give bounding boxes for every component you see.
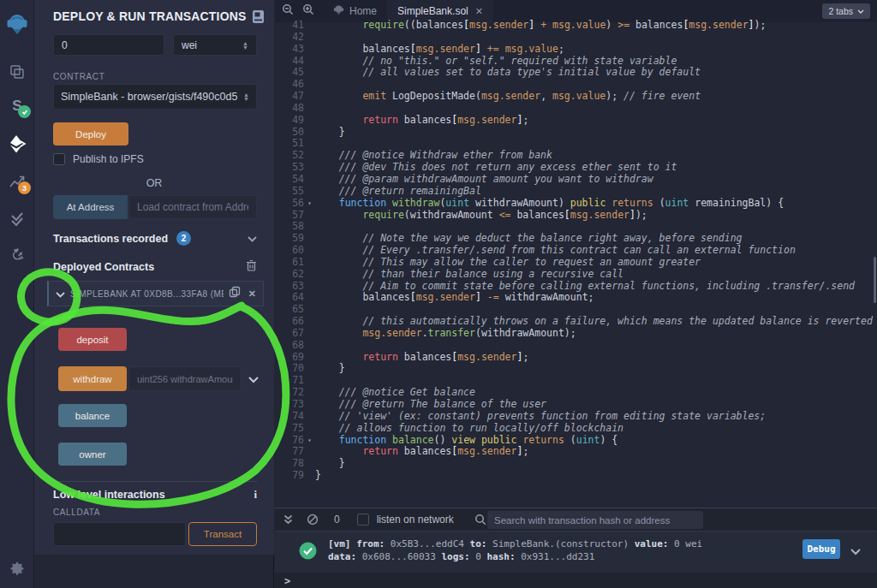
code-line: 57 require(withdrawAmount <= balances[ms… — [275, 210, 877, 222]
code-line: 69 return balances[msg.sender]; — [275, 352, 877, 364]
transact-button[interactable]: Transact — [188, 522, 257, 546]
listen-network-row: listen on network — [357, 514, 454, 526]
code-line: 48 — [275, 103, 877, 115]
value-unit-select[interactable]: wei ▲▼ — [173, 34, 257, 56]
code-line: 47 emit LogDepositMade(msg.sender, msg.v… — [275, 91, 877, 103]
code-line: 55 /// @return remainingBal — [275, 186, 877, 198]
code-line: 58 — [275, 221, 877, 233]
instance-header[interactable]: SIMPLEBANK AT 0XD8B...33FA8 (MEMO ✕ — [47, 281, 264, 306]
compiler-success-badge — [18, 105, 31, 118]
chevron-down-icon[interactable] — [850, 543, 861, 559]
activity-bar: S 3 — [0, 0, 34, 588]
code-line: 61 // This may allow the caller to reque… — [275, 257, 877, 269]
remix-ide-window: S 3 — [0, 0, 877, 588]
solidity-compiler-icon[interactable]: S — [0, 91, 34, 122]
editor-scrollbar[interactable] — [874, 257, 876, 303]
code-line: 70 } — [275, 363, 877, 375]
deployed-contract-instance: SIMPLEBANK AT 0XD8B...33FA8 (MEMO ✕ — [47, 281, 264, 306]
success-check-icon — [299, 542, 317, 563]
terminal-prompt[interactable]: > — [284, 575, 290, 587]
close-icon[interactable]: ✕ — [248, 288, 256, 300]
code-line: 68 — [275, 340, 877, 352]
chevron-down-icon[interactable] — [56, 286, 65, 301]
trash-icon[interactable] — [246, 259, 257, 274]
home-tab-icon — [333, 4, 344, 18]
code-line: 52 /// @notice Withdraw ether from bank — [275, 150, 877, 162]
tabs-count-label: 2 tabs — [828, 6, 853, 16]
code-line: 71 — [275, 375, 877, 387]
deploy-button[interactable]: Deploy — [53, 122, 128, 146]
deployed-contracts-label: Deployed Contracts — [53, 261, 154, 273]
owner-button[interactable]: owner — [58, 442, 127, 466]
at-address-input[interactable] — [128, 195, 257, 219]
code-line: 64 balances[msg.sender] -= withdrawAmoun… — [275, 292, 877, 304]
calldata-input[interactable] — [53, 522, 186, 546]
balance-button[interactable]: balance — [58, 404, 127, 427]
code-line: 54 /// @param withdrawAmount amount you … — [275, 174, 877, 186]
info-icon[interactable]: i — [254, 488, 257, 502]
tab-simplebank-label: SimpleBank.sol — [397, 5, 468, 17]
code-line: 65 — [275, 304, 877, 316]
terminal-search-input[interactable] — [487, 511, 703, 529]
function-row-withdraw: withdraw — [58, 366, 259, 391]
function-row-deposit: deposit — [58, 328, 127, 351]
function-row-owner: owner — [58, 442, 127, 466]
close-icon[interactable]: ✕ — [475, 6, 483, 17]
analytics-icon[interactable]: 3 — [0, 166, 34, 197]
code-line: 62 // than their balance using a recursi… — [275, 269, 877, 281]
transactions-recorded-label: Transactions recorded — [53, 233, 168, 245]
analytics-count-badge: 3 — [18, 181, 31, 194]
terminal-toolbar: 0 listen on network — [275, 508, 877, 532]
collapse-terminal-icon[interactable] — [283, 514, 293, 525]
transaction-log-entry[interactable]: [vm] from: 0x5B3...eddC4 to: SimpleBank.… — [275, 532, 877, 573]
tabs-count-dropdown[interactable]: 2 tabs — [822, 3, 870, 19]
code-area[interactable]: 41 require((balances[msg.sender] + msg.v… — [275, 20, 877, 508]
stepper-icon: ▲▼ — [243, 92, 249, 101]
deployed-contracts-row: Deployed Contracts — [53, 259, 257, 274]
contract-label: CONTRACT — [53, 72, 104, 81]
code-line: 66 // this automatically throws on a fai… — [275, 316, 877, 328]
code-line: 75 // allows function to run locally/off… — [275, 423, 877, 435]
debug-button[interactable]: Debug — [802, 539, 840, 559]
code-line: 46 — [275, 79, 877, 91]
plugin-manager-icon[interactable] — [0, 238, 34, 269]
divider — [53, 481, 257, 482]
settings-gear-icon[interactable] — [0, 553, 34, 584]
deposit-button[interactable]: deposit — [58, 328, 127, 351]
transaction-log-text: [vm] from: 0x5B3...eddC4 to: SimpleBank.… — [328, 538, 702, 563]
zoom-out-icon[interactable] — [282, 3, 294, 19]
remix-logo-icon — [0, 9, 34, 39]
code-line: 77 return balances[msg.sender]; — [275, 446, 877, 458]
withdraw-amount-input[interactable] — [128, 366, 242, 391]
terminal: 0 listen on network [vm] from: 0x5B3...e… — [275, 508, 877, 588]
copy-icon[interactable] — [229, 286, 241, 301]
transactions-count-badge: 2 — [176, 231, 191, 246]
stepper-icon: ▲▼ — [242, 41, 248, 50]
static-analysis-icon[interactable] — [0, 204, 34, 235]
transactions-recorded-row[interactable]: Transactions recorded 2 — [53, 231, 257, 246]
withdraw-button[interactable]: withdraw — [58, 366, 127, 391]
code-line: 59 // Note the way we deduct the balance… — [275, 233, 877, 245]
code-line: 51 — [275, 138, 877, 150]
file-explorer-icon[interactable] — [0, 56, 34, 87]
deploy-and-run-icon[interactable] — [0, 128, 34, 159]
at-address-button[interactable]: At Address — [53, 195, 128, 219]
value-input[interactable] — [53, 34, 164, 56]
tab-home-label: Home — [349, 5, 377, 17]
chevron-down-icon[interactable] — [248, 233, 257, 245]
code-line: 76▾ function balance() view public retur… — [275, 435, 877, 447]
zoom-in-icon[interactable] — [302, 3, 314, 19]
code-line: 53 /// @dev This does not return any exc… — [275, 162, 877, 174]
chevron-down-icon[interactable] — [248, 371, 259, 387]
publish-ipfs-checkbox[interactable] — [53, 153, 65, 165]
clear-console-icon[interactable] — [307, 514, 319, 526]
code-line: 63 // Aim to commit state before calling… — [275, 281, 877, 293]
code-line: 42 — [275, 32, 877, 44]
instance-title: SIMPLEBANK AT 0XD8B...33FA8 (MEMO — [70, 289, 224, 299]
listen-network-checkbox[interactable] — [357, 514, 369, 526]
record-journal-icon[interactable] — [252, 9, 265, 27]
contract-select[interactable]: SimpleBank - browser/gists/f490c0d5 ▲▼ — [53, 84, 257, 110]
code-line: 45 // all values set to data type's init… — [275, 67, 877, 79]
search-icon — [474, 514, 486, 526]
function-row-balance: balance — [58, 404, 127, 427]
